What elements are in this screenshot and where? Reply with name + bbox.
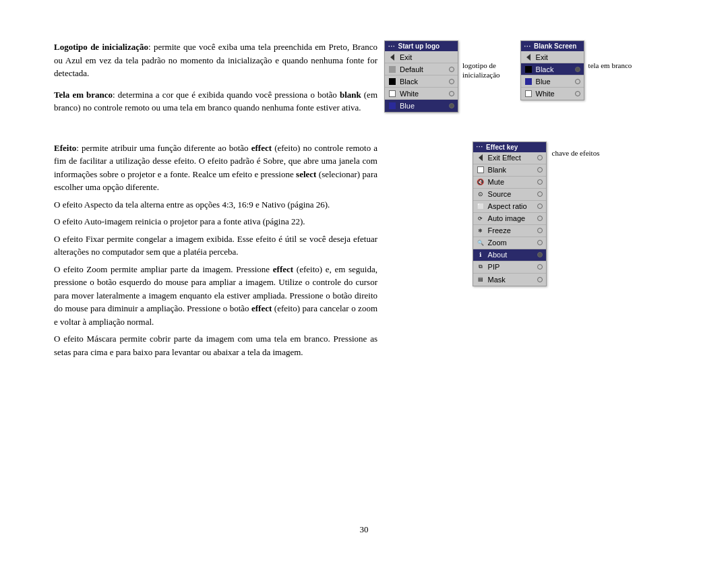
para2-bold: Tela em branco — [54, 90, 113, 100]
effect-title-dots: ··· — [477, 144, 484, 150]
startup-logo-title: ··· Start up logo — [385, 41, 458, 51]
startup-white-item[interactable]: White — [385, 88, 458, 100]
effect-auto-label: Auto image — [488, 214, 534, 222]
white-label: White — [400, 90, 446, 98]
effect-source-icon: ⊙ — [477, 190, 485, 198]
blue-radio — [449, 103, 454, 108]
effect-pip-item[interactable]: ⧉ PIP — [473, 261, 546, 274]
blank-blue-icon — [524, 77, 533, 86]
effect-mask-label: Mask — [488, 276, 534, 284]
para1: Logotipo de inicialização: permite que v… — [54, 40, 377, 80]
effect-key-label-text: chave de efeitos — [552, 149, 600, 157]
startup-logo-group: ··· Start up logo Exit Default — [384, 40, 500, 115]
effect-key-label: chave de efeitos — [552, 148, 600, 158]
effect-mask-icon: ▤ — [477, 276, 485, 284]
startup-blue-item[interactable]: Blue — [385, 100, 458, 112]
white-icon — [388, 90, 396, 98]
startup-black-item[interactable]: Black — [385, 75, 458, 88]
default-radio — [449, 67, 454, 72]
blank-screen-label-text: tela em branco — [588, 61, 632, 69]
startup-default-item[interactable]: Default — [385, 63, 458, 75]
right-menus-area: ··· Start up logo Exit Default — [377, 40, 674, 115]
effect-source-item[interactable]: ⊙ Source — [473, 189, 546, 201]
effect-zoom-label: Zoom — [488, 239, 534, 247]
effect-key-title-text: Effect key — [486, 144, 518, 151]
blank-exit-arrow-icon — [524, 53, 533, 61]
blank-screen-menu: ··· Blank Screen Exit Black — [520, 40, 584, 100]
black-radio — [449, 79, 454, 84]
effect-source-radio — [537, 191, 543, 197]
default-label: Default — [400, 65, 446, 73]
blue-icon — [388, 102, 396, 110]
effect-zoom-item[interactable]: 🔍 Zoom — [473, 237, 546, 249]
effect-blank-label: Blank — [488, 166, 534, 174]
blank-screen-title: ··· Blank Screen — [521, 41, 584, 51]
effect-para2: O efeito Aspecto da tela alterna entre a… — [54, 198, 377, 212]
effect-para3: O efeito Auto-imagem reinicia o projetor… — [54, 215, 377, 228]
effect-pip-label: PIP — [488, 263, 534, 271]
white-radio — [449, 91, 454, 96]
effect-exit-radio — [537, 155, 543, 160]
effect-blank-item[interactable]: Blank — [473, 164, 546, 177]
effect-key-title: ··· Effect key — [473, 142, 546, 152]
blank-white-item[interactable]: White — [521, 88, 584, 100]
effect-pip-icon: ⧉ — [477, 263, 485, 271]
effect-blank-icon — [477, 166, 485, 174]
default-icon — [388, 65, 396, 73]
top-section: Logotipo de inicialização: permite que v… — [54, 40, 674, 115]
blank-black-item[interactable]: Black — [521, 63, 584, 75]
effect-para4: O efeito Fixar permite congelar a imagem… — [54, 232, 377, 259]
effect-auto-item[interactable]: ⟳ Auto image — [473, 213, 546, 225]
blank-black-icon — [524, 65, 533, 73]
effect-exit-label: Exit Effect — [488, 154, 534, 162]
blank-blue-radio — [575, 79, 580, 84]
blank-exit-item[interactable]: Exit — [521, 51, 584, 63]
blank-black-radio — [575, 67, 580, 72]
effect-freeze-item[interactable]: ❄ Freeze — [473, 225, 546, 237]
zoom-cancel-bold: effect — [251, 303, 272, 313]
title-dots: ··· — [388, 43, 396, 50]
effect-about-item[interactable]: ℹ About — [473, 249, 546, 261]
startup-exit-item[interactable]: Exit — [385, 51, 458, 63]
blue-label: Blue — [400, 102, 446, 110]
para1-bold: Logotipo de inicialização — [54, 42, 148, 52]
effect-exit-icon — [477, 154, 485, 162]
blank-black-label: Black — [536, 65, 572, 73]
blank-white-radio — [575, 91, 580, 96]
effect-freeze-radio — [537, 228, 543, 233]
effect-exit-item[interactable]: Exit Effect — [473, 152, 546, 164]
exit-arrow-icon — [388, 53, 396, 61]
zoom-effect-bold: effect — [273, 264, 293, 274]
exit-label: Exit — [400, 53, 454, 61]
bottom-section: Efeito: permite atribuir uma função dife… — [54, 142, 674, 359]
blank-screen-title-text: Blank Screen — [534, 42, 576, 50]
effect-about-label: About — [488, 251, 534, 259]
page-number-text: 30 — [360, 524, 369, 534]
effect-aspect-item[interactable]: ⬜ Aspect ratio — [473, 201, 546, 213]
startup-logo-menu: ··· Start up logo Exit Default — [384, 40, 458, 113]
effect-key-menu: ··· Effect key Exit Effect Blank 🔇 — [473, 142, 547, 286]
effect-para1: Efeito: permite atribuir uma função dife… — [54, 142, 377, 194]
effect-bold2: effect — [251, 143, 272, 153]
effect-bold1: Efeito — [54, 143, 76, 153]
effect-mute-item[interactable]: 🔇 Mute — [473, 177, 546, 189]
blank-white-label: White — [536, 90, 572, 98]
effect-blank-radio — [537, 167, 543, 173]
blank-blue-item[interactable]: Blue — [521, 75, 584, 88]
effect-mask-item[interactable]: ▤ Mask — [473, 274, 546, 286]
effect-source-label: Source — [488, 190, 534, 198]
page-content: Logotipo de inicialização: permite que v… — [54, 40, 674, 535]
effect-auto-icon: ⟳ — [477, 214, 485, 222]
effect-auto-radio — [537, 216, 543, 221]
effect-zoom-radio — [537, 240, 543, 245]
effect-para5: O efeito Zoom permite ampliar parte da i… — [54, 263, 377, 329]
effect-aspect-label: Aspect ratio — [488, 202, 534, 210]
effect-zoom-icon: 🔍 — [477, 239, 485, 247]
blank-screen-group: ··· Blank Screen Exit Black — [520, 40, 632, 115]
effect-para6: O efeito Máscara permite cobrir parte da… — [54, 332, 377, 358]
page-number: 30 — [360, 524, 369, 535]
bottom-text-area: Efeito: permite atribuir uma função dife… — [54, 142, 377, 359]
startup-label-line2: inicialização — [462, 71, 500, 79]
effect-about-icon: ℹ — [477, 251, 485, 259]
para2: Tela em branco: determina a cor que é ex… — [54, 88, 377, 115]
